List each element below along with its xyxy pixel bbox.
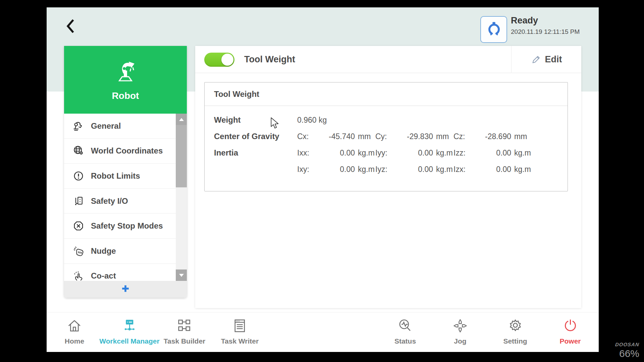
cog-cx-key: Cx: <box>297 132 315 141</box>
inertia-ixx-key: Ixx: <box>297 148 315 158</box>
inertia-izz-key: Izz: <box>453 148 472 158</box>
edit-button[interactable]: Edit <box>511 46 581 73</box>
sidebar-item-safety-io[interactable]: Safety I/O <box>64 189 176 214</box>
sidebar-item-co-act[interactable]: Co-act <box>64 264 176 281</box>
tool-weight-toggle[interactable] <box>204 53 234 67</box>
jog-dpad-icon <box>452 329 468 335</box>
nav-jog-label: Jog <box>452 337 468 345</box>
nav-setting[interactable]: Setting <box>503 318 527 345</box>
sidebar-item-nudge[interactable]: Nudge <box>64 239 176 264</box>
cog-cy-value: -29.830 <box>393 132 433 141</box>
sidebar-item-robot-limits[interactable]: Robot Limits <box>64 164 176 189</box>
sidebar-item-label: General <box>91 121 121 131</box>
inertia-iyy-unit: kg.m <box>436 148 453 158</box>
co-act-hand-icon <box>72 269 85 281</box>
status-monitor-icon <box>397 329 413 335</box>
inertia-iyz-value: 0.00 <box>393 165 433 174</box>
nav-status-label: Status <box>394 337 416 345</box>
inertia-izz-value: 0.00 <box>472 148 511 158</box>
sidebar-item-safety-stop-modes[interactable]: Safety Stop Modes <box>64 214 176 239</box>
app-window: Ready 2020.11.19 12:11:15 PM Robot <box>47 7 599 352</box>
gear-icon <box>507 329 523 335</box>
cog-cx-unit: mm <box>358 132 371 141</box>
add-workcell-item-button[interactable] <box>64 281 187 298</box>
cog-label: Center of Gravity <box>214 132 297 141</box>
io-panel-icon <box>72 195 85 207</box>
cog-cz: Cz: -28.690 mm <box>453 132 532 141</box>
cog-cx: Cx: -45.740 mm <box>297 132 375 141</box>
sidebar-item-label: Safety Stop Modes <box>91 221 163 231</box>
tool-weight-panel: Tool Weight Edit Tool Weight Weight 0.96… <box>195 46 581 308</box>
cog-cy-unit: mm <box>436 132 449 141</box>
robot-arm-icon <box>112 58 139 86</box>
inertia-iyy: Iyy: 0.00 kg.m <box>375 148 453 158</box>
scroll-up-button[interactable] <box>176 114 187 125</box>
limit-alert-icon <box>72 170 85 182</box>
inertia-iyz-unit: kg.m <box>436 165 453 174</box>
nav-task-writer-label: Task Writer <box>221 337 259 345</box>
status-timestamp: 2020.11.19 12:11:15 PM <box>511 28 580 36</box>
back-button[interactable] <box>63 18 77 34</box>
task-builder-icon <box>176 329 193 335</box>
cog-cx-value: -45.740 <box>315 132 355 141</box>
sidebar-item-label: Nudge <box>91 246 116 256</box>
sidebar-item-world-coordinates[interactable]: World Coordinates <box>64 139 176 164</box>
nav-workcell-manager[interactable]: Workcell Manager <box>99 318 159 345</box>
weight-row: Weight 0.960 kg <box>214 113 568 127</box>
nav-setting-label: Setting <box>503 337 527 345</box>
sidebar-item-general[interactable]: General <box>64 114 176 139</box>
inertia-iyz: Iyz: 0.00 kg.m <box>375 165 453 174</box>
inertia-ixy: Ixy: 0.00 kg.m <box>297 165 375 174</box>
center-of-gravity-row: Center of Gravity Cx: -45.740 mm Cy: -29… <box>214 129 568 144</box>
nav-home-label: Home <box>65 337 84 345</box>
sidebar-scrollbar[interactable] <box>176 114 187 281</box>
plus-icon <box>121 284 130 295</box>
inertia-row-2: Ixy: 0.00 kg.m Iyz: 0.00 kg.m Izx: 0.00 … <box>214 162 568 177</box>
zoom-level-indicator: 66% <box>615 348 639 359</box>
weight-value: 0.960 kg <box>297 116 327 125</box>
nav-power-label: Power <box>559 337 581 345</box>
toggle-knob <box>221 54 233 66</box>
inertia-label: Inertia <box>214 148 297 158</box>
scrollbar-thumb[interactable] <box>176 125 187 187</box>
sidebar-menu: General World Coordinates <box>64 114 176 281</box>
inertia-iyy-value: 0.00 <box>393 148 433 158</box>
sidebar-item-label: World Coordinates <box>91 146 163 156</box>
cog-cz-value: -28.690 <box>472 132 511 141</box>
scroll-down-button[interactable] <box>176 269 187 281</box>
nav-task-builder[interactable]: Task Builder <box>164 318 205 345</box>
inertia-izx-key: Izx: <box>453 165 472 174</box>
inertia-ixx-unit: kg.m <box>358 148 375 158</box>
inertia-izz: Izz: 0.00 kg.m <box>453 148 532 158</box>
sidebar-item-label: Robot Limits <box>91 171 140 181</box>
watermark: DOOSAN 66% <box>615 342 639 359</box>
inertia-izz-unit: kg.m <box>514 148 531 158</box>
sidebar-title: Robot <box>112 90 139 101</box>
nav-task-builder-label: Task Builder <box>164 337 205 345</box>
nav-workcell-manager-label: Workcell Manager <box>99 337 159 345</box>
nav-power[interactable]: Power <box>559 318 581 345</box>
nav-status[interactable]: Status <box>394 318 416 345</box>
inertia-row-1: Inertia Ixx: 0.00 kg.m Iyy: 0.00 kg.m Iz… <box>214 145 568 160</box>
sidebar-item-label: Safety I/O <box>91 196 128 206</box>
robot-category-card[interactable]: Robot <box>64 46 187 114</box>
edit-label: Edit <box>545 54 562 65</box>
nudge-hand-icon <box>72 245 85 257</box>
weight-label: Weight <box>214 115 297 125</box>
nav-task-writer[interactable]: Task Writer <box>221 318 259 345</box>
cog-cz-unit: mm <box>514 132 527 141</box>
status-label: Ready <box>511 15 580 26</box>
inertia-ixx: Ixx: 0.00 kg.m <box>297 148 375 158</box>
home-icon <box>66 329 83 335</box>
nav-jog[interactable]: Jog <box>452 318 468 345</box>
pencil-icon <box>531 55 541 65</box>
inertia-izx-value: 0.00 <box>472 165 511 174</box>
sidebar-item-label: Co-act <box>91 271 116 281</box>
robot-status-button[interactable] <box>480 16 507 43</box>
brand-logo: DOOSAN <box>615 342 640 347</box>
panel-title: Tool Weight <box>244 46 295 73</box>
nav-home[interactable]: Home <box>65 318 84 345</box>
inertia-izx: Izx: 0.00 kg.m <box>453 165 532 174</box>
cog-cz-key: Cz: <box>453 132 472 141</box>
cog-cy: Cy: -29.830 mm <box>375 132 453 141</box>
